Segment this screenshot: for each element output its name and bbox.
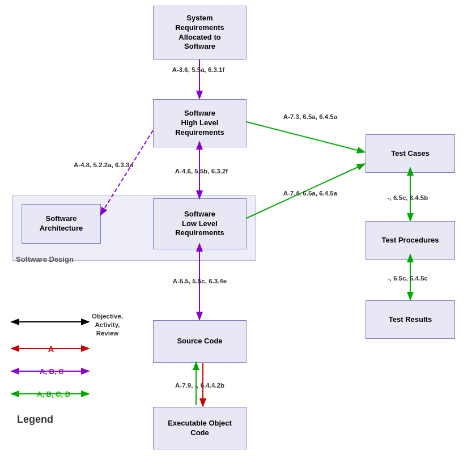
diagram-container: Software Design SystemRequirementsAlloca… [0, 0, 476, 476]
label-a65c-1: -, 6.5c, 6.4.5b [361, 194, 454, 201]
label-a36: A-3.6, 5.5a, 6.3.1f [150, 66, 246, 73]
legend-red-label: A [48, 345, 54, 354]
legend-green-label: A, B, C, D [37, 390, 70, 398]
llr-box: SoftwareLow LevelRequirements [153, 198, 246, 249]
arrow-hlr-testcases [246, 122, 364, 152]
software-design-label: Software Design [16, 255, 74, 264]
test-cases-box: Test Cases [366, 134, 455, 173]
label-a65c-2: -, 6.5c, 6.4.5c [361, 275, 454, 282]
hlr-box: SoftwareHigh LevelRequirements [153, 99, 246, 147]
test-results-box: Test Results [366, 300, 455, 339]
label-a79: A-7.9, -, 6.4.4.2b [150, 382, 249, 389]
label-a74: A-7.4, 6.5a, 6.4.5a [258, 190, 363, 197]
label-a73: A-7.3, 6.5a, 6.4.5a [258, 113, 363, 120]
legend-black-label: Objective,Activity,Review [92, 312, 123, 338]
test-proc-box: Test Procedures [366, 221, 455, 260]
legend-title: Legend [17, 414, 53, 426]
label-a55: A-5.5, 5.5c, 6.3.4e [150, 278, 249, 284]
arch-box: SoftwareArchitecture [22, 204, 101, 244]
exec-box: Executable ObjectCode [153, 407, 246, 449]
system-req-box: SystemRequirementsAllocated toSoftware [153, 6, 246, 60]
label-a48: A-4.8, 5.2.2a, 6.3.3a [51, 162, 156, 168]
source-box: Source Code [153, 320, 246, 363]
legend-purple-label: A, B, C [40, 367, 64, 376]
label-a46: A-4.6, 5.5b, 6.3.2f [152, 168, 251, 175]
